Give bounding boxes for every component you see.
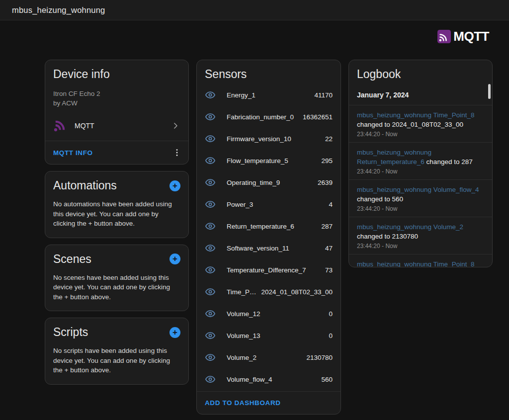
- brand-row: MQTT: [0, 20, 509, 52]
- logbook-entity-link[interactable]: mbus_heizung_wohnung Volume_2: [357, 223, 463, 231]
- logbook-entry-text: mbus_heizung_wohnung Time_Point_8: [357, 259, 484, 267]
- sensor-value: 295: [317, 157, 333, 165]
- integration-label: MQTT: [75, 122, 94, 130]
- mqtt-brand: MQTT: [437, 29, 489, 44]
- sensor-name: Firmware_version_10: [227, 135, 291, 143]
- sensor-list: Energy_1 41170 Fabrication_number_0 1636…: [197, 84, 340, 391]
- sensor-value: 73: [321, 266, 333, 274]
- sensor-name: Energy_1: [227, 91, 255, 99]
- sensor-value: 2130780: [302, 354, 333, 361]
- sensor-row[interactable]: Flow_temperature_5 295: [197, 150, 340, 171]
- logbook-entry: mbus_heizung_wohnung Return_temperature_…: [349, 142, 492, 179]
- sensor-name: Volume_13: [227, 332, 260, 339]
- automations-title: Automations: [53, 179, 117, 192]
- add-to-dashboard-button[interactable]: ADD TO DASHBOARD: [205, 399, 281, 407]
- eye-icon: [205, 243, 216, 253]
- device-info-card: Device info Itron CF Echo 2 by ACW MQTT: [45, 60, 189, 165]
- sensors-title: Sensors: [197, 60, 340, 84]
- sensor-row[interactable]: Volume_2 2130780: [197, 346, 340, 368]
- logbook-entry-text: mbus_heizung_wohnung Volume_2 changed to…: [357, 222, 484, 241]
- sensor-name: Fabrication_number_0: [227, 113, 294, 121]
- sensor-value: 2024_01_08T02_33_00: [257, 288, 333, 296]
- mqtt-integration-icon: [53, 119, 66, 132]
- sensor-row[interactable]: Power_3 4: [197, 193, 340, 215]
- logbook-action-text: changed to 2130780: [357, 233, 418, 240]
- page-title: mbus_heizung_wohnung: [12, 5, 105, 15]
- sensor-value: 2639: [314, 179, 333, 186]
- sensor-name: Flow_temperature_5: [227, 157, 288, 165]
- sensor-row[interactable]: Return_temperature_6 287: [197, 215, 340, 237]
- logbook-entity-link[interactable]: mbus_heizung_wohnung Time_Point_8: [357, 260, 474, 267]
- scenes-card: Scenes No scenes have been added using t…: [45, 245, 189, 312]
- add-automation-button[interactable]: [170, 180, 180, 191]
- sensor-name: Time_Point_8: [227, 288, 257, 296]
- sensor-row[interactable]: Software_version_11 47: [197, 237, 340, 259]
- scenes-empty-text: No scenes have been added using this dev…: [45, 269, 188, 311]
- sensor-value: 4: [325, 201, 333, 208]
- scripts-card: Scripts No scripts have been added using…: [45, 318, 189, 385]
- eye-icon: [205, 177, 216, 188]
- scripts-header: Scripts: [45, 318, 188, 342]
- sensor-value: 41170: [310, 91, 333, 99]
- sensor-name: Power_3: [227, 201, 253, 208]
- sensor-value: 560: [317, 376, 333, 383]
- logbook-entry-text: mbus_heizung_wohnung Time_Point_8 change…: [357, 110, 484, 129]
- sensor-value: 47: [321, 245, 333, 252]
- mqtt-info-button[interactable]: MQTT INFO: [53, 149, 93, 157]
- device-manufacturer: by ACW: [53, 98, 180, 108]
- eye-icon: [205, 133, 216, 144]
- app-header: mbus_heizung_wohnung: [0, 0, 509, 20]
- logbook-action-text: changed to 287: [426, 158, 473, 166]
- logbook-entity-link[interactable]: mbus_heizung_wohnung Time_Point_8: [357, 111, 474, 119]
- logbook-timestamp: 23:44:20 - Now: [357, 131, 484, 138]
- sensor-row[interactable]: Volume_12 0: [197, 303, 340, 325]
- logbook-scrollbar-thumb[interactable]: [488, 84, 491, 99]
- logbook-title: Logbook: [349, 60, 492, 84]
- sensor-row[interactable]: Temperature_Difference_7 73: [197, 259, 340, 281]
- sensor-row[interactable]: Energy_1 41170: [197, 84, 340, 106]
- right-column: Logbook January 7, 2024 mbus_heizung_woh…: [348, 60, 493, 274]
- mqtt-logo-text: MQTT: [453, 29, 489, 44]
- automations-card: Automations No automations have been add…: [45, 171, 189, 238]
- sensor-row[interactable]: Firmware_version_10 22: [197, 128, 340, 150]
- sensor-name: Temperature_Difference_7: [227, 266, 306, 274]
- middle-column: Sensors Energy_1 41170: [196, 60, 341, 420]
- scenes-title: Scenes: [53, 252, 91, 266]
- sensor-row[interactable]: Volume_13 0: [197, 325, 340, 346]
- sensor-row[interactable]: Fabrication_number_0 16362651: [197, 106, 340, 128]
- logbook-card: Logbook January 7, 2024 mbus_heizung_woh…: [348, 60, 493, 267]
- eye-icon: [205, 221, 216, 232]
- mqtt-logo-icon: [437, 30, 451, 43]
- logbook-entity-link[interactable]: mbus_heizung_wohnung Return_temperature_…: [357, 149, 431, 166]
- logbook-entry: mbus_heizung_wohnung Time_Point_8 change…: [349, 105, 492, 142]
- eye-icon: [205, 199, 216, 210]
- eye-icon: [205, 374, 216, 385]
- logbook-timestamp: 23:44:20 - Now: [357, 243, 484, 250]
- sensor-value: 22: [321, 135, 333, 143]
- sensor-name: Return_temperature_6: [227, 223, 294, 230]
- logbook-entity-link[interactable]: mbus_heizung_wohnung Volume_flow_4: [357, 186, 479, 193]
- logbook-action-text: changed to 2024_01_08T02_33_00: [357, 121, 463, 128]
- content-columns: Device info Itron CF Echo 2 by ACW MQTT: [0, 52, 509, 420]
- sensors-footer: ADD TO DASHBOARD: [197, 391, 340, 414]
- logbook-entry-text: mbus_heizung_wohnung Return_temperature_…: [357, 148, 484, 167]
- automations-empty-text: No automations have been added using thi…: [45, 195, 188, 238]
- integration-row-mqtt[interactable]: MQTT: [45, 112, 188, 141]
- add-scene-button[interactable]: [170, 253, 180, 264]
- chevron-right-icon: [170, 121, 180, 131]
- scripts-empty-text: No scripts have been added using this de…: [45, 342, 188, 384]
- scripts-title: Scripts: [53, 326, 88, 339]
- eye-icon: [205, 89, 216, 100]
- automations-header: Automations: [45, 171, 188, 195]
- sensor-name: Volume_flow_4: [227, 376, 272, 383]
- sensor-row[interactable]: Volume_flow_4 560: [197, 368, 340, 390]
- eye-icon: [205, 111, 216, 122]
- logbook-timestamp: 23:44:20 - Now: [357, 205, 484, 212]
- device-info-title: Device info: [45, 60, 188, 84]
- sensor-name: Operating_time_9: [227, 179, 280, 186]
- overflow-menu-button[interactable]: [172, 148, 182, 158]
- sensor-name: Volume_12: [227, 310, 260, 318]
- add-script-button[interactable]: [170, 327, 180, 338]
- sensor-row[interactable]: Operating_time_9 2639: [197, 171, 340, 193]
- sensor-row[interactable]: Time_Point_8 2024_01_08T02_33_00: [197, 281, 340, 303]
